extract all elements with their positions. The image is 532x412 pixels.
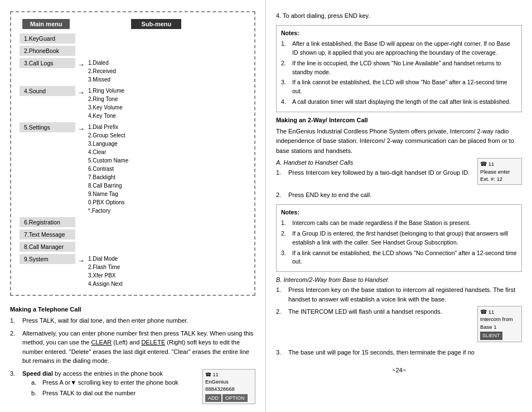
handset-step-2: 2. Press END key to end the call. [276,190,522,200]
notes-2-title: Notes: [281,208,517,217]
note-2-2: 2. If a Group ID is entered, the first h… [281,229,517,247]
menu-row-calllogs: 3.Call Logs → 1.Dialed2.Received3.Missed [20,58,249,84]
phone-right-line3: Ext. #: 12 [480,175,519,183]
sub-step-b: b. Press TALK to dial out the number [31,389,198,398]
base-step-1-num: 1. [276,285,285,304]
note-1-3-num: 3. [281,78,289,96]
base-title: B. Intercom/2-Way from Base to Handset [276,276,522,283]
main-item-registration: 6.Registration [20,217,75,227]
base-step-2: 2. ☎ 11 Intercom from Base 1 SLIENT The … [276,307,522,344]
handset-step-2-content: Press END key to end the call. [288,190,522,200]
arrow-calllogs: → [78,58,85,71]
sub-items-calllogs: 1.Dialed2.Received3.Missed [88,58,116,84]
step-3-num: 3. [10,369,19,407]
step-2-content: Alternatively, you can enter phone numbe… [22,329,255,366]
phone-base-line1: ☎ 11 [480,308,519,315]
main-item-phonebook: 2.PhoneBook [20,46,75,56]
phone-mock-left: ☎ 11 EnGenius 8884328668 ADD OPTION [202,369,255,405]
phone-mock-right: ☎ 11 Please enter Ext. #: 12 [477,158,522,185]
phone-right-line1: ☎ 11 [480,160,519,167]
note-2-1-num: 1. [281,219,289,228]
step-2: 2. Alternatively, you can enter phone nu… [10,329,255,366]
note-2-3-num: 3. [281,249,289,267]
menu-row-sound: 4.Sound → 1.Ring Volume2.Ring Tone3.Key … [20,86,249,120]
base-step-3-content: The base unit will page for 15 seconds, … [288,348,522,357]
sub-items-sound: 1.Ring Volume2.Ring Tone3.Key Volume4.Ke… [88,86,124,120]
menu-row-textmessage: 7.Text Message [20,229,249,239]
step-1: 1. Press TALK, wait for dial tone, and t… [10,316,255,325]
note-1-2: 2. If the line is occupied, the LCD show… [281,59,517,77]
phone-buttons: ADD OPTION [205,394,253,403]
step-1-content: Press TALK, wait for dial tone, and then… [22,316,255,325]
sub-items-settings: 1.Dial Prefix2.Group Select3.Language4.C… [88,122,128,215]
note-1-1-num: 1. [281,40,289,58]
phone-base-btn: SLIENT [480,332,502,340]
note-1-2-text: If the line is occupied, the LCD shows "… [292,59,517,77]
base-step-2-text: The INTERCOM LED will flash until a hand… [288,308,442,315]
phone-base-line3: Base 1 [480,323,519,330]
base-step-2-content: ☎ 11 Intercom from Base 1 SLIENT The INT… [288,307,522,344]
menu-rows: 1.KeyGuard 2.PhoneBook 3.Call Logs → 1.D… [17,33,249,288]
phone-mock-base: ☎ 11 Intercom from Base 1 SLIENT [477,306,522,342]
handset-step-2-num: 2. [276,190,285,200]
main-item-calllogs: 3.Call Logs [20,58,75,68]
menu-row-phonebook: 2.PhoneBook [20,46,249,56]
base-step-1-content: Press Intercom key on the base station t… [288,285,522,304]
making-call-title: Making a Telephone Call [10,306,255,313]
menu-row-system: 9.System → 1.Dial Mode2.Flash Time3.Xfer… [20,254,249,288]
note-2-3: 3. If a link cannot be established, the … [281,249,517,267]
step-4: 4. To abort dialing, press END key. [276,11,522,21]
main-item-sound: 4.Sound [20,86,75,96]
step-3: 3. Speed dial by access the entries in t… [10,369,255,407]
sub-items-system: 1.Dial Mode2.Flash Time3.Xfer PBX4.Assig… [88,254,123,288]
arrow-system: → [78,254,85,267]
note-2-2-num: 2. [281,229,289,247]
note-2-1-text: Intercom calls can be made regardless if… [292,219,471,228]
main-menu-header: Main menu [22,19,70,29]
phone-line2: EnGenius [205,378,253,385]
handset-step-1-num: 1. [276,168,285,187]
sub-menu-header: Sub-menu [131,19,181,29]
notes-1-title: Notes: [281,29,517,38]
main-item-callmanager: 8.Call Manager [20,242,75,252]
menu-diagram: Main menu Sub-menu 1.KeyGuard 2.PhoneBoo… [10,11,255,296]
phone-line3: 8884328668 [205,385,253,392]
step-3-content: Speed dial by access the entries in the … [22,369,255,407]
menu-row-keyguard: 1.KeyGuard [20,33,249,44]
sub-step-a-letter: a. [31,378,40,387]
arrow-sound: → [78,86,85,99]
menu-row-registration: 6.Registration [20,217,249,227]
main-item-system: 9.System [20,254,75,264]
phone-base-line2: Intercom from [480,315,519,323]
note-1-1: 1. After a link established, the Base ID… [281,40,517,58]
arrow-settings: → [78,122,85,135]
menu-headers: Main menu Sub-menu [22,19,249,29]
page-right: 4. To abort dialing, press END key. Note… [266,0,532,412]
menu-row-callmanager: 8.Call Manager [20,242,249,252]
sub-step-b-text: Press TALK to dial out the number [42,389,136,398]
notes-box-1: Notes: 1. After a link established, the … [276,25,522,112]
note-1-2-num: 2. [281,59,289,77]
note-2-1: 1. Intercom calls can be made regardless… [281,219,517,228]
base-step-3: 3. The base unit will page for 15 second… [276,348,522,357]
note-2-2-text: If a Group ID is entered, the first hand… [292,229,517,247]
note-1-3: 3. If a link cannot be established, the … [281,78,517,96]
note-1-4-num: 4. [281,98,289,107]
phone-option-btn: OPTION [223,394,248,403]
base-step-1: 1. Press Intercom key on the base statio… [276,285,522,304]
note-2-3-text: If a link cannot be established, the LCD… [292,249,517,267]
phone-add-btn: ADD [205,394,221,403]
handset-step-1: 1. Press Intercom key followed by a two-… [276,168,522,187]
main-item-settings: 5.Settings [20,122,75,132]
page-num-right: ~24~ [276,367,522,373]
sub-step-a: a. Press A or▼ scrolling key to enter th… [31,378,198,387]
menu-row-settings: 5.Settings → 1.Dial Prefix2.Group Select… [20,122,249,215]
step-2-num: 2. [10,329,19,366]
handset-step-1-content: Press Intercom key followed by a two-dig… [288,168,522,187]
base-step-2-num: 2. [276,307,285,344]
intercom-desc: The EnGenius Industrial Cordless Phone S… [276,127,522,156]
note-1-4: 4. A call duration timer will start disp… [281,98,517,107]
sub-step-b-letter: b. [31,389,40,398]
note-1-1-text: After a link established, the Base ID wi… [292,40,517,58]
speed-dial-label: Speed dial [22,370,53,377]
